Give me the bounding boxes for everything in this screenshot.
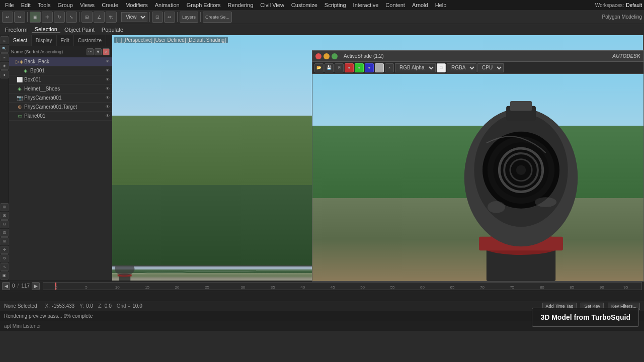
- menu-scripting[interactable]: Scripting: [321, 1, 349, 9]
- render-max[interactable]: [332, 53, 338, 59]
- view-dropdown[interactable]: View: [121, 12, 147, 22]
- x-label: X:: [45, 303, 50, 309]
- sep5: [177, 12, 178, 22]
- freeform-tab[interactable]: Freeform: [2, 27, 31, 33]
- outliner-item-camera[interactable]: 📷 PhysCamera001 👁: [9, 94, 112, 103]
- z-label: Z:: [98, 303, 103, 309]
- outliner-item-box001[interactable]: ⬜ Box001 👁: [9, 75, 112, 84]
- tab-select[interactable]: Select: [9, 35, 32, 46]
- visibility-icon[interactable]: 👁: [105, 104, 111, 110]
- icon-select2[interactable]: ▣: [1, 272, 9, 280]
- toolbar-layer-mgr[interactable]: Layers: [180, 12, 198, 23]
- outliner-item-plane[interactable]: ▭ Plane001 👁: [9, 112, 112, 121]
- render-btn-red[interactable]: ●: [345, 63, 354, 72]
- menu-file[interactable]: File: [2, 1, 17, 9]
- icon-scene[interactable]: ◈: [1, 62, 9, 70]
- menu-tools[interactable]: Tools: [35, 1, 54, 9]
- icon-tool5[interactable]: ⊞: [1, 237, 9, 245]
- icon-layers[interactable]: ≡: [1, 53, 9, 61]
- sep2: [79, 12, 79, 22]
- toolbar-undo[interactable]: ↩: [2, 12, 13, 23]
- visibility-icon[interactable]: 👁: [105, 86, 111, 92]
- populate-tab[interactable]: Populate: [99, 27, 126, 33]
- y-label: Y:: [79, 303, 84, 309]
- outliner-item-helmet[interactable]: ◈ Helmet__Shoes 👁: [9, 84, 112, 94]
- visibility-icon[interactable]: 👁: [105, 113, 111, 119]
- visibility-icon[interactable]: 👁: [105, 77, 111, 83]
- menu-customize[interactable]: Customize: [288, 1, 320, 9]
- render-btn-alpha[interactable]: α: [375, 63, 384, 72]
- menu-interactive[interactable]: Interactive: [350, 1, 382, 9]
- menu-content[interactable]: Content: [382, 1, 408, 9]
- next-frame-btn[interactable]: ▶: [32, 282, 40, 290]
- toolbar-rotate[interactable]: ↻: [54, 12, 65, 23]
- render-cpu-dropdown[interactable]: CPU: [477, 63, 504, 72]
- visibility-icon[interactable]: 👁: [105, 59, 111, 65]
- menu-views[interactable]: Views: [77, 1, 98, 9]
- render-btn-close-ch[interactable]: ×: [385, 63, 394, 72]
- icon-move[interactable]: ✛: [1, 246, 9, 254]
- icon-tool4[interactable]: ⊡: [1, 229, 9, 237]
- menu-bar: File Edit Tools Group Views Create Modif…: [0, 0, 644, 10]
- tab-display[interactable]: Display: [32, 35, 57, 46]
- prev-frame-btn[interactable]: ◀: [2, 282, 10, 290]
- menu-animation[interactable]: Animation: [152, 1, 183, 9]
- toolbar-move[interactable]: ✛: [42, 12, 53, 23]
- toolbar-mirror[interactable]: ⇔: [164, 12, 175, 23]
- menu-civil-view[interactable]: Civil View: [257, 1, 287, 9]
- menu-rendering[interactable]: Rendering: [225, 1, 257, 9]
- tab-edit[interactable]: Edit: [57, 35, 74, 46]
- icon-tool2[interactable]: ⊠: [1, 212, 9, 220]
- object-paint-tab[interactable]: Object Paint: [61, 27, 98, 33]
- outliner-close[interactable]: ×: [103, 48, 110, 55]
- toolbar-redo[interactable]: ↪: [14, 12, 25, 23]
- render-btn-save[interactable]: 💾: [325, 63, 334, 72]
- visibility-icon[interactable]: 👁: [105, 68, 111, 74]
- toolbar-scale[interactable]: ⤡: [66, 12, 77, 23]
- icon-search[interactable]: 🔍: [1, 45, 9, 53]
- svg-point-37: [115, 266, 135, 276]
- render-btn-blue[interactable]: ●: [365, 63, 374, 72]
- render-btn-copy[interactable]: ⎘: [335, 63, 344, 72]
- menu-create[interactable]: Create: [99, 1, 121, 9]
- menu-help[interactable]: Help: [432, 1, 450, 9]
- outliner-options[interactable]: ⋯: [87, 48, 94, 55]
- outliner-header: Name (Sorted Ascending) ⋯ ▼ ×: [9, 46, 112, 57]
- icon-tool3[interactable]: ⊟: [1, 220, 9, 228]
- render-btn-open[interactable]: 📂: [314, 63, 324, 72]
- menu-modifiers[interactable]: Modifiers: [122, 1, 151, 9]
- tab-customize[interactable]: Customize: [74, 35, 106, 46]
- box-icon: ⬜: [16, 76, 23, 83]
- outliner-filter[interactable]: ▼: [95, 48, 102, 55]
- selection-tab[interactable]: Selection: [32, 26, 60, 33]
- render-min[interactable]: [324, 53, 330, 59]
- toolbar-snap[interactable]: ⊞: [82, 12, 93, 23]
- outliner-item-camera-target[interactable]: ⊕ PhysCamera001.Target 👁: [9, 103, 112, 112]
- render-close[interactable]: [315, 53, 321, 59]
- menu-arnold[interactable]: Arnold: [409, 1, 431, 9]
- toolbar-angle-snap[interactable]: ∠: [94, 12, 105, 23]
- toolbar-percent-snap[interactable]: %: [106, 12, 117, 23]
- icon-mat[interactable]: ●: [1, 70, 9, 78]
- menu-group[interactable]: Group: [54, 1, 76, 9]
- toolbar-create-sel[interactable]: Create Se...: [203, 12, 232, 23]
- render-btn-green[interactable]: ●: [355, 63, 364, 72]
- icon-tool1[interactable]: ⊞: [1, 203, 9, 211]
- render-btn-white[interactable]: □: [437, 63, 446, 72]
- render-window[interactable]: ActiveShade (1:2) AUTODESK 📂 💾 ⎘ ● ● ● α…: [312, 50, 644, 282]
- icon-home[interactable]: ⌂: [1, 36, 9, 44]
- menu-graph-editors[interactable]: Graph Editors: [184, 1, 224, 9]
- render-channel-dropdown[interactable]: RGB Alpha: [395, 63, 436, 72]
- icon-scale2[interactable]: ⤡: [1, 263, 9, 271]
- outliner-item-bp001[interactable]: ◈ Bp001 👁: [9, 66, 112, 75]
- svg-point-32: [488, 201, 505, 213]
- toolbar-align[interactable]: ⊡: [152, 12, 163, 23]
- render-format-dropdown[interactable]: RGBA: [447, 63, 476, 72]
- timeline-track[interactable]: 0 5 10 15 20 25 30 35 40 45 50 55 60 65 …: [43, 282, 642, 290]
- visibility-icon[interactable]: 👁: [105, 95, 111, 101]
- icon-rotate[interactable]: ↻: [1, 254, 9, 262]
- toolbar-select[interactable]: ▣: [30, 12, 41, 23]
- render-content[interactable]: [312, 74, 643, 281]
- menu-edit[interactable]: Edit: [18, 1, 34, 9]
- outliner-item-backpack[interactable]: ▷◈ Back_Pack 👁: [9, 57, 112, 66]
